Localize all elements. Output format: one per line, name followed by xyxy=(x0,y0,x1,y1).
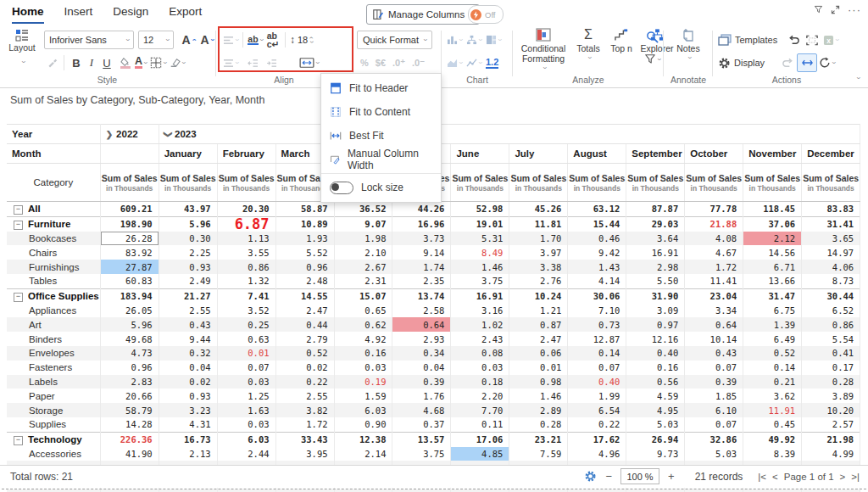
templates-button[interactable]: Templates xyxy=(718,34,777,46)
data-cell[interactable]: 16.96 xyxy=(392,216,451,231)
text-overflow-button[interactable]: ab› xyxy=(248,31,263,48)
data-cell[interactable]: 1.85 xyxy=(685,389,743,403)
tab-design[interactable]: Design xyxy=(113,5,148,24)
tab-export[interactable]: Export xyxy=(169,5,202,24)
data-cell[interactable]: 1.21 xyxy=(509,304,568,318)
data-cell[interactable]: 2.58 xyxy=(392,304,451,318)
data-cell[interactable]: 0.06 xyxy=(509,346,568,361)
row-label[interactable]: −Technology xyxy=(7,432,100,446)
data-cell[interactable]: 6.54 xyxy=(568,403,626,417)
data-cell[interactable]: 63.12 xyxy=(568,202,626,217)
row-label[interactable]: Supplies xyxy=(7,417,100,432)
tab-insert[interactable]: Insert xyxy=(64,5,93,24)
manage-columns-button[interactable]: Manage Columns › xyxy=(366,4,480,25)
data-cell[interactable]: 4.96 xyxy=(568,447,626,461)
data-cell[interactable]: 15.44 xyxy=(568,216,626,231)
data-cell[interactable]: 33.43 xyxy=(275,432,334,446)
data-cell[interactable]: 0.04 xyxy=(392,361,451,375)
data-cell[interactable]: 1.25 xyxy=(217,389,275,403)
data-cell[interactable]: 0.07 xyxy=(685,417,743,432)
data-cell[interactable]: 1.72 xyxy=(275,417,334,432)
data-cell[interactable]: 32.86 xyxy=(685,432,743,446)
refresh-button[interactable]: › xyxy=(817,54,836,71)
data-cell[interactable]: 0.28 xyxy=(802,375,860,389)
collapse-ribbon-icon[interactable]: › xyxy=(854,77,863,80)
data-cell[interactable]: 0.32 xyxy=(159,346,217,361)
borders-button[interactable]: › xyxy=(150,54,166,71)
data-cell[interactable]: 0.14 xyxy=(743,361,802,375)
data-cell[interactable]: 2.47 xyxy=(275,304,334,318)
data-cell[interactable]: 0.62 xyxy=(334,317,392,332)
data-cell[interactable]: 10.24 xyxy=(509,288,568,303)
data-cell[interactable]: 1.76 xyxy=(392,389,451,403)
row-label[interactable]: Chairs xyxy=(7,245,100,260)
data-cell[interactable]: 226.36 xyxy=(100,432,159,446)
font-size-select[interactable]: 12› xyxy=(138,31,174,49)
data-cell[interactable]: 11.91 xyxy=(743,403,802,417)
data-cell[interactable]: 2.57 xyxy=(802,417,860,432)
data-cell[interactable]: 6.87 xyxy=(217,216,275,231)
data-cell[interactable]: 0.30 xyxy=(159,232,217,246)
data-cell[interactable]: 1.74 xyxy=(392,260,451,274)
data-cell[interactable]: 31.47 xyxy=(743,288,802,303)
menu-item-lock-size[interactable]: Lock size xyxy=(321,176,441,199)
data-cell[interactable]: 0.43 xyxy=(159,317,217,332)
data-cell[interactable]: 1.93 xyxy=(275,232,334,246)
data-cell[interactable]: 0.87 xyxy=(509,317,568,332)
data-cell[interactable]: 3.52 xyxy=(217,304,275,318)
data-cell[interactable]: 10.20 xyxy=(802,403,860,417)
top-n-button[interactable]: Top n xyxy=(606,28,637,72)
data-cell[interactable]: 4.68 xyxy=(392,403,451,417)
data-cell[interactable]: 9.44 xyxy=(159,332,217,346)
data-cell[interactable]: 14.97 xyxy=(802,245,860,260)
data-cell[interactable]: 0.34 xyxy=(392,346,451,361)
data-cell[interactable]: 4.95 xyxy=(626,403,685,417)
data-cell[interactable]: 0.07 xyxy=(568,361,626,375)
underline-button[interactable]: U xyxy=(99,54,114,71)
fit-width-button[interactable] xyxy=(797,53,817,72)
data-cell[interactable]: 9.42 xyxy=(568,245,626,260)
data-cell[interactable]: 0.14 xyxy=(568,346,626,361)
data-cell[interactable]: 0.86 xyxy=(802,317,860,332)
data-cell[interactable]: 0.93 xyxy=(159,260,217,274)
prev-page-button[interactable]: < xyxy=(772,472,778,482)
data-cell[interactable]: 15.07 xyxy=(334,288,392,303)
data-cell[interactable]: 4.92 xyxy=(334,332,392,346)
column-width-button[interactable]: › xyxy=(299,54,319,71)
data-cell[interactable]: 4.06 xyxy=(802,260,860,274)
data-cell[interactable]: 5.03 xyxy=(685,447,743,461)
lock-size-toggle[interactable] xyxy=(330,182,353,194)
data-cell[interactable]: 3.34 xyxy=(685,304,743,318)
wrap-text-button[interactable]: abc↵ xyxy=(265,31,281,48)
data-cell[interactable]: 118.45 xyxy=(743,202,802,217)
data-cell[interactable]: 0.17 xyxy=(802,361,860,375)
data-cell[interactable]: 21.27 xyxy=(159,288,217,303)
data-cell[interactable]: 49.92 xyxy=(743,432,802,446)
data-cell[interactable]: 0.16 xyxy=(626,361,685,375)
data-cell[interactable]: 14.56 xyxy=(743,245,802,260)
data-cell[interactable]: 0.01 xyxy=(217,346,275,361)
year-2022-header[interactable]: ❯2022 xyxy=(100,125,159,144)
data-cell[interactable]: 2.55 xyxy=(159,304,217,318)
data-cell[interactable]: 26.94 xyxy=(626,432,685,446)
data-cell[interactable]: 1.43 xyxy=(568,260,626,274)
data-cell[interactable]: 4.08 xyxy=(685,232,743,246)
row-label[interactable]: −Office Supplies xyxy=(7,288,100,303)
data-cell[interactable]: 3.23 xyxy=(159,403,217,417)
data-cell[interactable]: 0.40 xyxy=(568,375,626,389)
data-cell[interactable]: 2.44 xyxy=(217,447,275,461)
year-2023-header[interactable]: ❯2023 xyxy=(159,125,860,144)
filter-button[interactable]: › xyxy=(644,53,660,65)
data-cell[interactable]: 1.99 xyxy=(568,389,626,403)
data-cell[interactable]: 3.97 xyxy=(509,245,568,260)
display-button[interactable]: Display xyxy=(718,57,765,70)
data-cell[interactable]: 3.38 xyxy=(509,260,568,274)
data-cell[interactable]: 1.39 xyxy=(743,317,802,332)
data-cell[interactable]: 4.99 xyxy=(802,447,860,461)
menu-item-fit-to-header[interactable]: Fit to Header xyxy=(321,76,441,100)
data-cell[interactable]: 0.37 xyxy=(392,417,451,432)
row-label[interactable]: Storage xyxy=(7,403,100,417)
bold-button[interactable]: B xyxy=(69,54,84,71)
data-cell[interactable]: 41.90 xyxy=(100,447,159,461)
zoom-in-button[interactable]: + xyxy=(668,470,675,483)
